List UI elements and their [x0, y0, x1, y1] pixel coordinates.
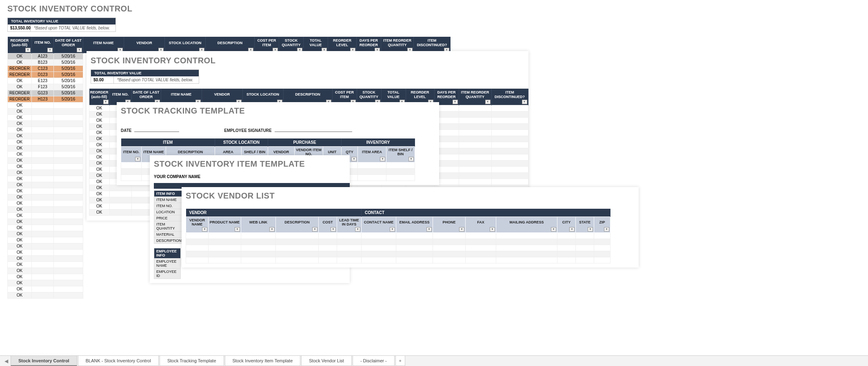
- table-cell[interactable]: [209, 257, 241, 263]
- table-cell[interactable]: [109, 209, 131, 215]
- filter-dropdown-icon[interactable]: ▼: [459, 227, 464, 232]
- table-cell[interactable]: [32, 274, 54, 280]
- table-cell[interactable]: F123: [32, 84, 54, 90]
- table-cell[interactable]: [32, 200, 54, 206]
- table-cell[interactable]: [466, 239, 496, 245]
- table-cell[interactable]: C123: [32, 65, 54, 71]
- status-cell[interactable]: OK: [8, 127, 32, 133]
- table-cell[interactable]: [209, 245, 241, 251]
- status-cell[interactable]: OK: [8, 212, 32, 219]
- table-cell[interactable]: [362, 245, 396, 251]
- table-cell[interactable]: [32, 170, 54, 176]
- table-cell[interactable]: [576, 245, 594, 251]
- table-cell[interactable]: [32, 121, 54, 127]
- column-header[interactable]: REORDER (auto-fill)▼: [8, 37, 32, 53]
- table-cell[interactable]: [32, 182, 54, 188]
- table-cell[interactable]: [54, 151, 83, 157]
- table-cell[interactable]: [459, 105, 491, 111]
- tab-nav-prev[interactable]: ◀: [2, 356, 11, 366]
- table-cell[interactable]: [209, 251, 241, 257]
- filter-dropdown-icon[interactable]: ▼: [103, 100, 109, 104]
- filter-dropdown-icon[interactable]: ▼: [453, 100, 458, 104]
- table-cell[interactable]: E123: [32, 78, 54, 84]
- table-cell[interactable]: REORDER: [8, 96, 32, 102]
- filter-dropdown-icon[interactable]: ▼: [569, 227, 575, 232]
- filter-dropdown-icon[interactable]: ▼: [77, 48, 82, 52]
- sheet-tab[interactable]: Stock Tracking Template: [160, 356, 224, 366]
- table-cell[interactable]: [557, 245, 576, 251]
- table-cell[interactable]: [576, 257, 594, 263]
- table-cell[interactable]: 5/20/16: [54, 96, 83, 102]
- table-cell[interactable]: [32, 268, 54, 274]
- filter-dropdown-icon[interactable]: ▼: [490, 227, 495, 232]
- status-cell[interactable]: OK: [8, 255, 32, 261]
- table-cell[interactable]: [32, 206, 54, 212]
- table-cell[interactable]: [241, 245, 276, 251]
- table-cell[interactable]: [337, 245, 362, 251]
- status-cell[interactable]: OK: [89, 185, 110, 191]
- table-cell[interactable]: [459, 166, 491, 172]
- table-cell[interactable]: [358, 162, 386, 168]
- table-cell[interactable]: [459, 160, 491, 166]
- table-cell[interactable]: 5/20/16: [54, 90, 83, 96]
- table-cell[interactable]: [32, 249, 54, 255]
- table-cell[interactable]: OK: [8, 78, 32, 84]
- table-cell[interactable]: [491, 154, 528, 160]
- status-cell[interactable]: OK: [8, 163, 32, 170]
- table-cell[interactable]: [466, 251, 496, 257]
- status-cell[interactable]: OK: [8, 249, 32, 255]
- table-row[interactable]: [186, 245, 610, 251]
- table-row[interactable]: [186, 239, 610, 245]
- status-cell[interactable]: OK: [89, 172, 110, 179]
- column-header[interactable]: VENDOR NAME▼: [186, 217, 209, 233]
- table-cell[interactable]: D123: [32, 71, 54, 78]
- status-cell[interactable]: OK: [8, 114, 32, 121]
- table-cell[interactable]: [337, 257, 362, 263]
- status-cell[interactable]: OK: [89, 117, 110, 123]
- table-cell[interactable]: [241, 251, 276, 257]
- table-cell[interactable]: [576, 251, 594, 257]
- status-cell[interactable]: OK: [8, 219, 32, 225]
- table-cell[interactable]: [32, 292, 54, 298]
- status-cell[interactable]: OK: [8, 157, 32, 163]
- table-cell[interactable]: [594, 245, 610, 251]
- table-cell[interactable]: [54, 163, 83, 170]
- status-cell[interactable]: OK: [89, 105, 110, 111]
- table-cell[interactable]: OK: [8, 84, 32, 90]
- table-cell[interactable]: [386, 174, 415, 181]
- status-cell[interactable]: OK: [89, 166, 110, 172]
- table-cell[interactable]: [32, 108, 54, 114]
- sheet-tab[interactable]: Stock Inventory Item Template: [225, 356, 301, 366]
- table-cell[interactable]: [459, 111, 491, 117]
- table-cell[interactable]: [433, 245, 466, 251]
- table-cell[interactable]: [54, 237, 83, 243]
- table-cell[interactable]: [319, 245, 337, 251]
- table-cell[interactable]: 5/20/16: [54, 65, 83, 71]
- status-cell[interactable]: OK: [8, 170, 32, 176]
- table-cell[interactable]: [358, 174, 386, 181]
- filter-dropdown-icon[interactable]: ▼: [426, 227, 432, 232]
- column-header[interactable]: DATE OF LAST ORDER▼: [54, 37, 83, 53]
- table-cell[interactable]: [54, 127, 83, 133]
- status-cell[interactable]: OK: [8, 151, 32, 157]
- table-cell[interactable]: [276, 251, 319, 257]
- table-cell[interactable]: [54, 157, 83, 163]
- table-cell[interactable]: [491, 166, 528, 172]
- table-cell[interactable]: [491, 160, 528, 166]
- table-cell[interactable]: [496, 257, 557, 263]
- column-header[interactable]: ITEM REORDER QUANTITY▼: [459, 89, 491, 105]
- table-cell[interactable]: REORDER: [8, 90, 32, 96]
- status-cell[interactable]: OK: [8, 243, 32, 249]
- filter-dropdown-icon[interactable]: ▼: [351, 157, 357, 161]
- table-cell[interactable]: [32, 286, 54, 292]
- filter-dropdown-icon[interactable]: ▼: [235, 227, 240, 232]
- filter-dropdown-icon[interactable]: ▼: [312, 227, 317, 232]
- table-cell[interactable]: [32, 261, 54, 268]
- table-cell[interactable]: OK: [8, 53, 32, 59]
- table-row[interactable]: OK: [8, 292, 451, 298]
- table-cell[interactable]: [459, 136, 491, 142]
- filter-dropdown-icon[interactable]: ▼: [25, 48, 31, 52]
- table-cell[interactable]: [362, 232, 396, 239]
- table-cell[interactable]: [186, 232, 209, 239]
- table-cell[interactable]: [319, 251, 337, 257]
